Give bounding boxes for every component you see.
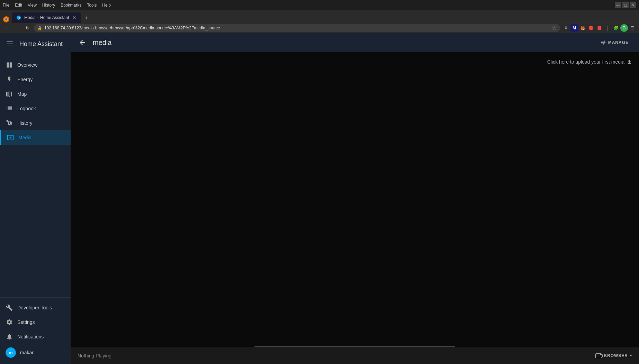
sidebar-item-settings[interactable]: Settings — [0, 315, 71, 329]
sidebar-item-history[interactable]: History — [0, 116, 71, 130]
nothing-playing-text: Nothing Playing — [78, 353, 111, 358]
m-ext-icon[interactable]: M — [570, 24, 578, 32]
sidebar-footer: Developer Tools Settings Notifications — [0, 297, 71, 364]
menu-help[interactable]: Help — [102, 3, 111, 8]
progress-bar[interactable] — [254, 346, 455, 347]
sidebar-item-developer-tools[interactable]: Developer Tools — [0, 300, 71, 315]
sidebar-item-overview-label: Overview — [17, 62, 37, 68]
page-title: media — [93, 39, 111, 47]
hamburger-line-3 — [7, 46, 13, 46]
main-body: Click here to upload your first media — [71, 52, 639, 347]
minimize-button[interactable]: — — [615, 2, 621, 8]
menu-file[interactable]: File — [3, 3, 9, 8]
browser-extensions: ⬇ M 🦊 🔴 📕 | 🧩 G ☰ — [562, 24, 636, 32]
main-header: media MANAGE — [71, 33, 639, 52]
app-title: Home Assistant — [19, 40, 63, 48]
tab-close-button[interactable]: ✕ — [72, 15, 77, 20]
sidebar-nav: Overview Energy Map — [0, 55, 71, 297]
lock-icon: 🔒 — [37, 26, 42, 30]
divider-ext: | — [604, 24, 611, 32]
manage-icon — [601, 40, 606, 45]
chevron-down-icon: ▾ — [630, 354, 632, 357]
menu-edit[interactable]: Edit — [15, 3, 22, 8]
media-area — [71, 52, 639, 347]
address-bar[interactable]: 🔒 192.168.74.39:8123/media-browser/brows… — [34, 24, 560, 32]
browser-tabs-bar: H Media – Home Assistant ✕ + — [0, 10, 639, 23]
bottom-bar: Nothing Playing BROWSER ▾ — [71, 347, 639, 364]
hamburger-line-2 — [7, 44, 13, 44]
sidebar-item-history-label: History — [17, 120, 33, 126]
header-left: media — [76, 36, 111, 49]
bottom-bar-container: Nothing Playing BROWSER ▾ — [71, 347, 639, 364]
manage-button[interactable]: MANAGE — [596, 38, 633, 47]
energy-icon — [6, 76, 13, 83]
sidebar-item-settings-label: Settings — [17, 319, 35, 325]
maximize-button[interactable]: ❐ — [622, 2, 629, 8]
sidebar-item-user[interactable]: m makar — [0, 344, 71, 361]
sidebar-item-energy-label: Energy — [17, 77, 33, 82]
media-icon — [7, 134, 14, 141]
browser-nav-bar: ← → ↻ 🔒 192.168.74.39:8123/media-browser… — [0, 23, 639, 33]
tab-favicon: H — [16, 15, 21, 20]
bell-icon — [6, 333, 13, 340]
forward-nav-button[interactable]: → — [13, 24, 21, 32]
browser-button[interactable]: BROWSER ▾ — [595, 353, 632, 358]
sidebar-item-developer-tools-label: Developer Tools — [17, 305, 52, 310]
active-tab[interactable]: H Media – Home Assistant ✕ — [12, 12, 81, 23]
browser-btn-icon — [595, 353, 602, 358]
ha-favicon-icon: H — [16, 15, 21, 20]
menu-ext-icon[interactable]: ☰ — [629, 24, 636, 32]
bookmark-star-icon[interactable]: ☆ — [552, 25, 557, 31]
book-ext-icon[interactable]: 📕 — [595, 24, 603, 32]
reload-nav-button[interactable]: ↻ — [24, 24, 32, 32]
back-nav-button[interactable]: ← — [3, 24, 11, 32]
tab-title: Media – Home Assistant — [24, 15, 69, 20]
close-button[interactable]: ✕ — [630, 2, 636, 8]
menu-bookmarks[interactable]: Bookmarks — [61, 3, 81, 8]
hamburger-line-1 — [7, 41, 13, 42]
user-avatar: m — [6, 347, 16, 358]
download-ext-icon[interactable]: ⬇ — [562, 24, 570, 32]
firefox-logo — [3, 16, 10, 23]
menu-history[interactable]: History — [42, 3, 55, 8]
browser-window-controls: — ❐ ✕ — [615, 2, 636, 8]
browser-menu: File Edit View History Bookmarks Tools H… — [3, 3, 111, 8]
sidebar-item-overview[interactable]: Overview — [0, 58, 71, 72]
menu-tools[interactable]: Tools — [87, 3, 97, 8]
app-container: Home Assistant Overview Energy — [0, 33, 639, 364]
sidebar-item-notifications[interactable]: Notifications — [0, 329, 71, 344]
back-button[interactable] — [76, 36, 89, 49]
browser-title-bar: File Edit View History Bookmarks Tools H… — [0, 0, 639, 10]
firefox-ext-icon[interactable]: 🦊 — [579, 24, 586, 32]
upload-hint: Click here to upload your first media — [547, 59, 632, 65]
sidebar-item-media[interactable]: Media — [0, 130, 71, 145]
address-text: 192.168.74.39:8123/media-browser/browser… — [44, 26, 550, 30]
manage-label: MANAGE — [608, 40, 629, 45]
map-icon — [6, 90, 13, 98]
sidebar-item-logbook[interactable]: Logbook — [0, 101, 71, 116]
sidebar-item-notifications-label: Notifications — [17, 334, 44, 339]
sidebar-item-energy[interactable]: Energy — [0, 72, 71, 87]
browser-chrome: File Edit View History Bookmarks Tools H… — [0, 0, 639, 33]
sidebar-item-media-label: Media — [18, 135, 32, 140]
sidebar-item-logbook-label: Logbook — [17, 106, 36, 111]
new-tab-button[interactable]: + — [81, 13, 91, 23]
upload-arrow-icon — [627, 59, 632, 65]
sidebar-header: Home Assistant — [0, 33, 71, 55]
browser-button-label: BROWSER — [604, 353, 628, 358]
developer-tools-icon — [6, 304, 13, 311]
sidebar: Home Assistant Overview Energy — [0, 33, 71, 364]
svg-text:H: H — [18, 16, 20, 20]
red-ext-icon[interactable]: 🔴 — [587, 24, 595, 32]
sidebar-user-name-label: makar — [20, 350, 34, 355]
overview-icon — [6, 61, 13, 69]
hamburger-menu-button[interactable] — [4, 38, 15, 49]
sidebar-item-map-label: Map — [17, 91, 27, 97]
logbook-icon — [6, 105, 13, 112]
puzzle-ext-icon[interactable]: 🧩 — [612, 24, 620, 32]
menu-view[interactable]: View — [28, 3, 37, 8]
upload-hint-text: Click here to upload your first media — [547, 59, 624, 65]
settings-icon — [6, 318, 13, 326]
sidebar-item-map[interactable]: Map — [0, 87, 71, 101]
g-ext-icon[interactable]: G — [620, 24, 628, 32]
